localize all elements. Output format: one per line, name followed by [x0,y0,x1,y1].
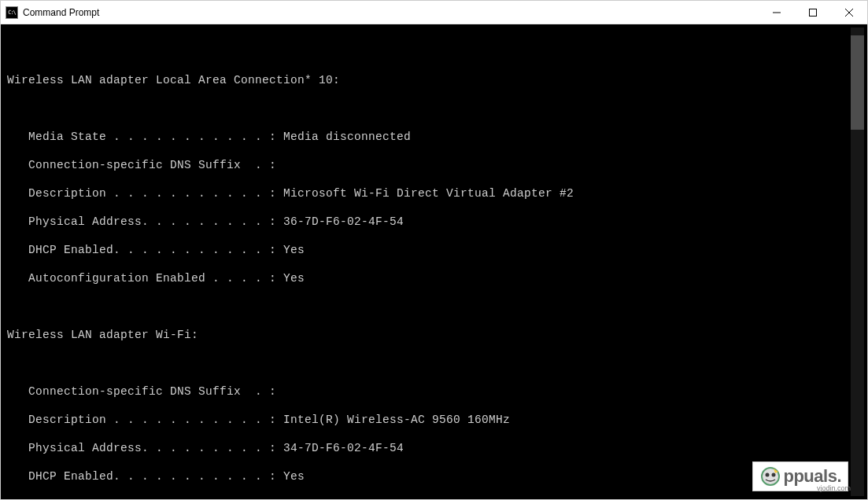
config-line: Description . . . . . . . . . . . : Micr… [7,186,864,200]
config-line: Media State . . . . . . . . . . . : Medi… [7,130,864,144]
blank-line [7,45,864,59]
brand-logo-icon [759,465,781,487]
close-button[interactable] [831,1,867,24]
terminal-text-content: Wireless LAN adapter Local Area Connecti… [7,31,864,499]
svg-point-4 [762,468,779,485]
titlebar[interactable]: C:\ Command Prompt [1,1,867,24]
command-prompt-window: C:\ Command Prompt Wireless LAN adapter … [0,0,868,500]
window-controls [759,1,867,24]
app-icon: C:\ [6,6,18,19]
terminal-output[interactable]: Wireless LAN adapter Local Area Connecti… [1,24,867,499]
config-line: Autoconfiguration Enabled . . . . : Yes [7,271,864,285]
blank-line [7,356,864,370]
blank-line [7,101,864,116]
blank-line [7,300,864,314]
config-line: Physical Address. . . . . . . . . : 36-7… [7,215,864,229]
config-line: Connection-specific DNS Suffix . : [7,158,864,172]
adapter-header: Wireless LAN adapter Wi-Fi: [7,328,864,342]
config-line: DHCP Enabled. . . . . . . . . . . : Yes [7,243,864,257]
scrollbar-thumb[interactable] [851,35,864,130]
source-watermark: vjodin.com [817,484,851,492]
svg-rect-1 [810,9,817,16]
vertical-scrollbar[interactable] [851,28,864,496]
config-line: Physical Address. . . . . . . . . : 34-7… [7,441,864,455]
maximize-button[interactable] [795,1,831,24]
svg-point-5 [766,473,770,477]
minimize-icon [773,9,781,17]
config-line: DHCP Enabled. . . . . . . . . . . : Yes [7,469,864,483]
config-line: Connection-specific DNS Suffix . : [7,384,864,399]
window-title: Command Prompt [23,7,759,18]
config-line: Autoconfiguration Enabled . . . . : Yes [7,498,864,499]
close-icon [845,9,853,17]
maximize-icon [809,9,817,17]
svg-point-6 [772,473,776,477]
config-line: Description . . . . . . . . . . . : Inte… [7,413,864,427]
minimize-button[interactable] [759,1,795,24]
adapter-header: Wireless LAN adapter Local Area Connecti… [7,73,864,87]
